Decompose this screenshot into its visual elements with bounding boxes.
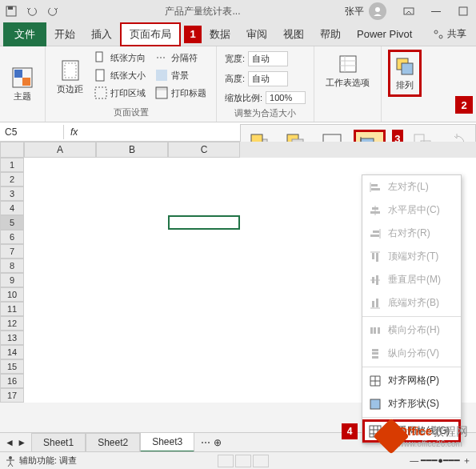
margins-button[interactable]: 页边距: [52, 50, 88, 105]
align-bottom-icon: [369, 297, 382, 310]
svg-rect-16: [156, 87, 167, 90]
tab-file[interactable]: 文件: [3, 22, 46, 46]
tab-help[interactable]: 帮助: [312, 22, 349, 46]
menu-snap-shape[interactable]: 对齐形状(S): [362, 392, 461, 415]
background-button[interactable]: 背景: [152, 67, 210, 83]
row-header[interactable]: 13: [0, 331, 24, 345]
menu-distribute-h[interactable]: 横向分布(H): [362, 319, 461, 342]
redo-icon[interactable]: [45, 3, 61, 19]
tab-page-layout[interactable]: 页面布局: [120, 22, 181, 46]
name-box[interactable]: C5: [0, 125, 64, 139]
tab-review[interactable]: 审阅: [238, 22, 275, 46]
sheet-options-icon: [337, 53, 359, 75]
menu-align-right[interactable]: 右对齐(R): [362, 222, 461, 245]
menu-distribute-v[interactable]: 纵向分布(V): [362, 342, 461, 365]
print-area-button[interactable]: 打印区域: [91, 85, 149, 101]
scale-label-group: 调整为合适大小: [223, 106, 307, 119]
view-normal-button[interactable]: [218, 455, 234, 467]
row-header[interactable]: 9: [0, 273, 24, 287]
menu-align-center-h[interactable]: 水平居中(C): [362, 198, 461, 222]
row-header[interactable]: 15: [0, 359, 24, 374]
svg-rect-42: [376, 253, 378, 262]
row-header[interactable]: 16: [0, 374, 24, 388]
sheet-tab-2[interactable]: Sheet2: [86, 433, 140, 452]
zoom-slider[interactable]: — ━━━●━━━ ＋: [410, 455, 471, 467]
size-button[interactable]: 纸张大小: [91, 67, 149, 83]
fx-button[interactable]: fx: [64, 126, 84, 138]
col-header-c[interactable]: C: [168, 142, 240, 158]
row-header[interactable]: 12: [0, 316, 24, 331]
row-header[interactable]: 1: [0, 158, 24, 172]
selected-cell[interactable]: [168, 215, 240, 230]
row-header[interactable]: 17: [0, 388, 24, 403]
align-top-icon: [369, 251, 382, 263]
breaks-icon: [155, 51, 168, 64]
width-dropdown[interactable]: 自动: [248, 51, 288, 66]
distribute-v-icon: [369, 347, 382, 360]
sheet-tab-1[interactable]: Sheet1: [31, 433, 86, 452]
svg-rect-45: [376, 275, 378, 285]
group-sheet-options: 工作表选项: [314, 46, 382, 122]
row-header[interactable]: 6: [0, 230, 24, 244]
add-sheet-button[interactable]: ⋯ ⊕: [194, 434, 227, 451]
breaks-button[interactable]: 分隔符: [152, 50, 210, 66]
menu-snap-grid[interactable]: 对齐网格(P): [362, 369, 461, 392]
paper-size-icon: [94, 69, 107, 82]
sheet-tab-3[interactable]: Sheet3: [140, 432, 194, 452]
save-icon[interactable]: [3, 3, 19, 19]
sheet-options-button[interactable]: 工作表选项: [321, 50, 374, 92]
row-header[interactable]: 14: [0, 345, 24, 359]
user-avatar-icon[interactable]: [369, 2, 386, 20]
themes-button[interactable]: 主题: [6, 50, 38, 118]
width-label: 宽度:: [225, 53, 245, 65]
menu-align-bottom[interactable]: 底端对齐(B): [362, 291, 461, 315]
svg-rect-49: [370, 327, 373, 334]
document-title: 产品产量统计表...: [61, 5, 345, 18]
arrange-button[interactable]: 排列: [388, 50, 422, 97]
themes-icon: [11, 66, 34, 89]
height-dropdown[interactable]: 自动: [248, 71, 288, 86]
svg-rect-8: [14, 70, 22, 78]
row-header[interactable]: 2: [0, 172, 24, 186]
col-header-a[interactable]: A: [24, 142, 96, 158]
tab-powerpivot[interactable]: Power Pivot: [349, 23, 420, 45]
row-header[interactable]: 5: [0, 215, 24, 230]
row-header[interactable]: 10: [0, 287, 24, 302]
svg-point-57: [9, 456, 12, 459]
group-themes: 主题: [0, 46, 46, 122]
menu-align-left[interactable]: 左对齐(L): [362, 175, 461, 198]
share-button[interactable]: 共享: [426, 22, 473, 46]
select-all-button[interactable]: [0, 142, 24, 158]
orientation-button[interactable]: 纸张方向: [91, 50, 149, 66]
row-header[interactable]: 8: [0, 259, 24, 273]
undo-icon[interactable]: [24, 3, 40, 19]
view-page-break-button[interactable]: [253, 455, 269, 467]
group-page-setup: 页边距 纸张方向 纸张大小 打印区域 分隔符 背景 打印标题 页面设置: [46, 46, 217, 122]
scale-input[interactable]: 100%: [266, 91, 306, 104]
view-page-layout-button[interactable]: [235, 455, 251, 467]
svg-rect-44: [372, 277, 374, 283]
tab-insert[interactable]: 插入: [83, 22, 120, 46]
tab-home[interactable]: 开始: [46, 22, 83, 46]
tab-data[interactable]: 数据: [202, 22, 238, 46]
menu-align-top[interactable]: 顶端对齐(T): [362, 245, 461, 268]
tab-view[interactable]: 视图: [275, 22, 312, 46]
row-header[interactable]: 4: [0, 201, 24, 215]
print-titles-button[interactable]: 打印标题: [152, 85, 210, 101]
align-right-icon: [369, 227, 382, 240]
ribbon-options-icon[interactable]: [399, 4, 418, 18]
menu-align-middle-v[interactable]: 垂直居中(M): [362, 268, 461, 291]
minimize-icon[interactable]: —: [426, 4, 446, 18]
svg-rect-50: [374, 327, 376, 334]
row-header[interactable]: 11: [0, 302, 24, 316]
maximize-icon[interactable]: [454, 4, 473, 18]
svg-rect-4: [459, 7, 467, 15]
row-header[interactable]: 3: [0, 186, 24, 201]
sheet-nav[interactable]: ◄ ►: [0, 437, 31, 448]
watermark: Office教程网 www.office26.com: [378, 423, 468, 449]
row-header[interactable]: 7: [0, 244, 24, 259]
col-header-b[interactable]: B: [96, 142, 168, 158]
svg-rect-20: [402, 63, 413, 74]
column-headers: A B C: [0, 142, 476, 158]
row-headers: 1 2 3 4 5 6 7 8 9 10 11 12 13 14 15 16 1…: [0, 158, 24, 403]
